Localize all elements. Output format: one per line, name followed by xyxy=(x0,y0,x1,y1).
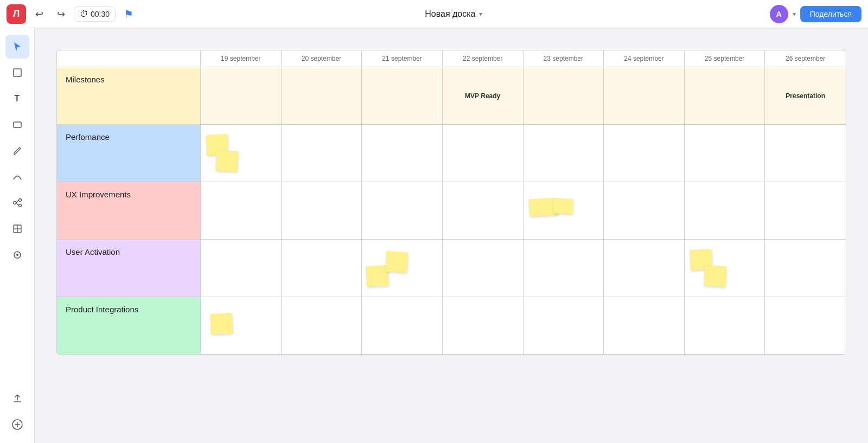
svg-point-3 xyxy=(18,199,21,202)
timer-display: ⏱ 00:30 xyxy=(74,7,116,22)
integrations-label: Product Integrations xyxy=(57,297,201,354)
perf-cell-4[interactable] xyxy=(524,125,604,182)
timer-value: 00:30 xyxy=(91,10,110,18)
perf-cell-0[interactable] xyxy=(201,125,282,182)
int-cell-6[interactable] xyxy=(685,297,765,354)
sticky-note[interactable] xyxy=(553,198,573,214)
ux-cell-1[interactable] xyxy=(282,182,362,239)
app-logo[interactable]: Л xyxy=(7,4,26,24)
presentation-text: Presentation xyxy=(786,92,825,100)
flag-button[interactable]: ⚑ xyxy=(120,5,137,23)
share-button[interactable]: Поделиться xyxy=(800,6,861,22)
topbar-right: A ▾ Поделиться xyxy=(770,5,861,23)
integrations-row: Product Integrations xyxy=(57,297,846,354)
ux-row: UX Improvements xyxy=(57,182,846,240)
milestones-label: Milestones xyxy=(57,67,201,124)
perf-cell-7[interactable] xyxy=(765,125,846,182)
sticky-note[interactable] xyxy=(704,265,726,287)
curve-tool-button[interactable] xyxy=(5,165,29,189)
header-col-0: 19 september xyxy=(201,50,282,67)
act-cell-4[interactable] xyxy=(524,240,604,297)
milestones-cell-0[interactable] xyxy=(201,67,282,124)
milestones-cell-5[interactable] xyxy=(604,67,685,124)
header-col-2: 21 september xyxy=(362,50,443,67)
header-empty xyxy=(57,50,201,67)
act-cell-0[interactable] xyxy=(201,240,282,297)
title-chevron[interactable]: ▾ xyxy=(479,10,482,18)
perf-cell-1[interactable] xyxy=(282,125,362,182)
connector-tool-button[interactable] xyxy=(5,191,29,215)
int-cell-1[interactable] xyxy=(282,297,362,354)
sticky-note[interactable] xyxy=(215,150,238,172)
int-cell-7[interactable] xyxy=(765,297,846,354)
header-col-1: 20 september xyxy=(282,50,362,67)
svg-point-2 xyxy=(13,202,16,204)
select-tool-button[interactable] xyxy=(5,35,29,59)
header-col-6: 25 september xyxy=(685,50,765,67)
rect-tool-button[interactable] xyxy=(5,113,29,137)
sticky-note[interactable] xyxy=(385,251,408,273)
header-col-7: 26 september xyxy=(765,50,846,67)
act-cell-1[interactable] xyxy=(282,240,362,297)
activation-label: User Activation xyxy=(57,240,201,297)
header-col-5: 24 september xyxy=(604,50,685,67)
activation-row: User Activation xyxy=(57,240,846,297)
milestones-cell-1[interactable] xyxy=(282,67,362,124)
upload-tool-button[interactable] xyxy=(5,387,29,410)
board-title: Новая доска xyxy=(425,9,475,19)
int-cell-4[interactable] xyxy=(524,297,604,354)
svg-rect-1 xyxy=(14,122,21,127)
performance-label: Perfomance xyxy=(57,125,201,182)
timeline-header: 19 september 20 september 21 september 2… xyxy=(57,50,846,67)
avatar[interactable]: A xyxy=(770,5,788,23)
milestones-cell-7[interactable]: Presentation xyxy=(765,67,846,124)
perf-cell-6[interactable] xyxy=(685,125,765,182)
perf-cell-2[interactable] xyxy=(362,125,443,182)
title-area: Новая доска ▾ xyxy=(142,9,765,19)
avatar-chevron[interactable]: ▾ xyxy=(793,10,796,18)
ux-cell-0[interactable] xyxy=(201,182,282,239)
milestones-cell-6[interactable] xyxy=(685,67,765,124)
ux-cell-3[interactable] xyxy=(443,182,524,239)
svg-line-6 xyxy=(16,203,18,206)
int-cell-2[interactable] xyxy=(362,297,443,354)
header-col-3: 22 september xyxy=(443,50,524,67)
ux-label: UX Improvements xyxy=(57,182,201,239)
undo-button[interactable]: ↩ xyxy=(30,5,48,23)
perf-cell-3[interactable] xyxy=(443,125,524,182)
int-cell-0[interactable] xyxy=(201,297,282,354)
frame-tool-button[interactable] xyxy=(5,61,29,85)
performance-row: Perfomance xyxy=(57,125,846,182)
ux-cell-4[interactable] xyxy=(524,182,604,239)
act-cell-2[interactable] xyxy=(362,240,443,297)
milestones-cell-2[interactable] xyxy=(362,67,443,124)
add-tool-button[interactable] xyxy=(5,413,29,436)
redo-button[interactable]: ↪ xyxy=(52,5,69,23)
sticky-note[interactable] xyxy=(210,313,233,335)
act-cell-7[interactable] xyxy=(765,240,846,297)
milestones-cell-3[interactable]: MVP Ready xyxy=(443,67,524,124)
canvas[interactable]: 19 september 20 september 21 september 2… xyxy=(35,28,868,443)
svg-rect-0 xyxy=(14,69,21,76)
timeline-grid: 19 september 20 september 21 september 2… xyxy=(56,50,846,355)
svg-point-11 xyxy=(16,254,18,256)
svg-line-5 xyxy=(16,200,18,203)
act-cell-6[interactable] xyxy=(685,240,765,297)
pencil-tool-button[interactable] xyxy=(5,139,29,163)
ux-cell-5[interactable] xyxy=(604,182,685,239)
table-tool-button[interactable] xyxy=(5,217,29,241)
perf-cell-5[interactable] xyxy=(604,125,685,182)
text-tool-button[interactable]: T xyxy=(5,87,29,111)
sidebar: T xyxy=(0,28,35,443)
act-cell-5[interactable] xyxy=(604,240,685,297)
int-cell-3[interactable] xyxy=(443,297,524,354)
milestones-cell-4[interactable] xyxy=(524,67,604,124)
int-cell-5[interactable] xyxy=(604,297,685,354)
ux-cell-7[interactable] xyxy=(765,182,846,239)
mvp-ready-text: MVP Ready xyxy=(465,92,500,100)
topbar: Л ↩ ↪ ⏱ 00:30 ⚑ Новая доска ▾ A ▾ Подели… xyxy=(0,0,868,28)
ux-cell-6[interactable] xyxy=(685,182,765,239)
act-cell-3[interactable] xyxy=(443,240,524,297)
circle-tool-button[interactable] xyxy=(5,243,29,267)
ux-cell-2[interactable] xyxy=(362,182,443,239)
